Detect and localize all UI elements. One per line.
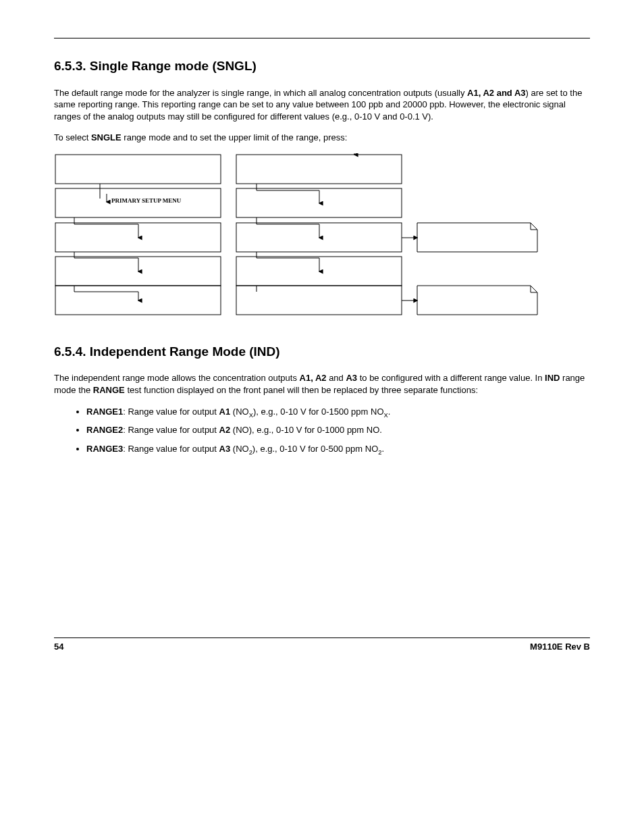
menu-flow-diagram: PRIMARY SETUP MENU bbox=[54, 153, 590, 319]
top-rule bbox=[54, 38, 590, 38]
section2-para1: The independent range mode allows the co… bbox=[54, 372, 590, 396]
text: range mode and to set the upper limit of… bbox=[122, 132, 348, 142]
svg-rect-0 bbox=[55, 155, 221, 184]
page-footer: 54 M9110E Rev B bbox=[54, 637, 590, 653]
text: The independent range mode allows the co… bbox=[54, 373, 300, 383]
text: : Range value for output bbox=[123, 444, 219, 454]
bold-a2: A2 bbox=[219, 425, 231, 435]
svg-text:PRIMARY SETUP MENU: PRIMARY SETUP MENU bbox=[111, 197, 182, 204]
text: The default range mode for the analyzer … bbox=[54, 88, 467, 98]
text: ), e.g., 0-10 V for 0-1500 ppm NO bbox=[253, 407, 384, 417]
text: . bbox=[381, 444, 384, 454]
bold-a1a2: A1, A2 bbox=[300, 373, 327, 383]
bold-ind: IND bbox=[545, 373, 560, 383]
bold-range1: RANGE1 bbox=[86, 407, 123, 417]
list-item-range2: RANGE2: Range value for output A2 (NO), … bbox=[86, 424, 590, 436]
text: : Range value for output bbox=[123, 425, 219, 435]
page-number: 54 bbox=[54, 642, 63, 652]
list-item-range3: RANGE3: Range value for output A3 (NO2),… bbox=[86, 443, 590, 455]
text: (NO), e.g., 0-10 V for 0-1000 ppm NO. bbox=[230, 425, 382, 435]
svg-rect-5 bbox=[236, 155, 402, 184]
text: . bbox=[388, 407, 391, 417]
bold-range: RANGE bbox=[93, 385, 125, 395]
text: and bbox=[327, 373, 346, 383]
section1-para2: To select SNGLE range mode and to set th… bbox=[54, 132, 590, 144]
bold-a3-2: A3 bbox=[219, 444, 231, 454]
bold-range2: RANGE2 bbox=[86, 425, 123, 435]
page: 6.5.3. Single Range mode (SNGL) The defa… bbox=[0, 0, 644, 834]
text: ), e.g., 0-10 V for 0-500 ppm NO bbox=[252, 444, 378, 454]
doc-revision: M9110E Rev B bbox=[530, 641, 590, 653]
text: To select bbox=[54, 132, 91, 142]
text: test function displayed on the front pan… bbox=[125, 385, 478, 395]
bold-a1: A1 bbox=[219, 407, 231, 417]
bold-sngle: SNGLE bbox=[91, 132, 122, 142]
text: : Range value for output bbox=[123, 407, 219, 417]
text: to be configured with a different range … bbox=[357, 373, 545, 383]
heading-6-5-4: 6.5.4. Independent Range Mode (IND) bbox=[54, 343, 590, 361]
range-list: RANGE1: Range value for output A1 (NOX),… bbox=[54, 406, 590, 455]
text: (NO bbox=[230, 407, 248, 417]
bold-outputs: A1, A2 and A3 bbox=[467, 88, 525, 98]
heading-6-5-3: 6.5.3. Single Range mode (SNGL) bbox=[54, 57, 590, 75]
text: (NO bbox=[230, 444, 248, 454]
svg-rect-9 bbox=[236, 286, 402, 315]
bold-range3: RANGE3 bbox=[86, 444, 123, 454]
list-item-range1: RANGE1: Range value for output A1 (NOX),… bbox=[86, 406, 590, 418]
bold-a3: A3 bbox=[346, 373, 357, 383]
section1-para1: The default range mode for the analyzer … bbox=[54, 87, 590, 123]
